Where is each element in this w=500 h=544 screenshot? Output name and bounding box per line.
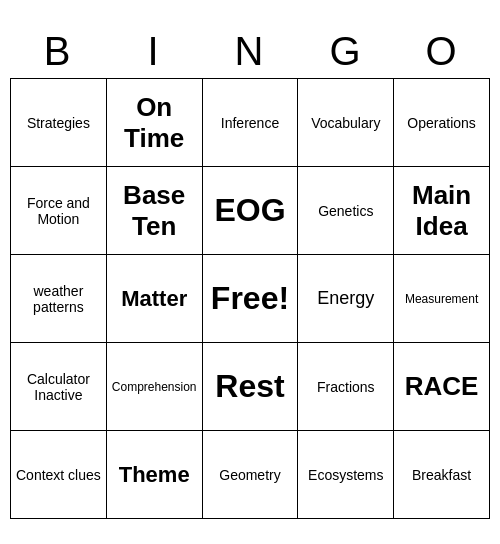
cell-r3-c3: Fractions	[298, 343, 394, 431]
cell-r4-c1: Theme	[107, 431, 203, 519]
header-letter: B	[10, 25, 106, 78]
cell-r2-c1: Matter	[107, 255, 203, 343]
bingo-header: BINGO	[10, 25, 490, 78]
cell-r1-c1: Base Ten	[107, 167, 203, 255]
cell-r1-c3: Genetics	[298, 167, 394, 255]
cell-r3-c2: Rest	[203, 343, 299, 431]
header-letter: O	[394, 25, 490, 78]
cell-r4-c0: Context clues	[11, 431, 107, 519]
cell-r2-c4: Measurement	[394, 255, 490, 343]
cell-r1-c0: Force and Motion	[11, 167, 107, 255]
cell-r4-c3: Ecosystems	[298, 431, 394, 519]
cell-r2-c2: Free!	[203, 255, 299, 343]
header-letter: N	[202, 25, 298, 78]
cell-r0-c4: Operations	[394, 79, 490, 167]
cell-r3-c0: Calculator Inactive	[11, 343, 107, 431]
bingo-grid: StrategiesOn TimeInferenceVocabularyOper…	[10, 78, 490, 519]
cell-r0-c3: Vocabulary	[298, 79, 394, 167]
cell-r0-c1: On Time	[107, 79, 203, 167]
header-letter: I	[106, 25, 202, 78]
cell-r3-c4: RACE	[394, 343, 490, 431]
cell-r2-c3: Energy	[298, 255, 394, 343]
cell-r2-c0: weather patterns	[11, 255, 107, 343]
cell-r1-c2: EOG	[203, 167, 299, 255]
header-letter: G	[298, 25, 394, 78]
cell-r0-c2: Inference	[203, 79, 299, 167]
cell-r4-c4: Breakfast	[394, 431, 490, 519]
cell-r3-c1: Comprehension	[107, 343, 203, 431]
cell-r0-c0: Strategies	[11, 79, 107, 167]
cell-r1-c4: Main Idea	[394, 167, 490, 255]
cell-r4-c2: Geometry	[203, 431, 299, 519]
bingo-card: BINGO StrategiesOn TimeInferenceVocabula…	[10, 25, 490, 519]
